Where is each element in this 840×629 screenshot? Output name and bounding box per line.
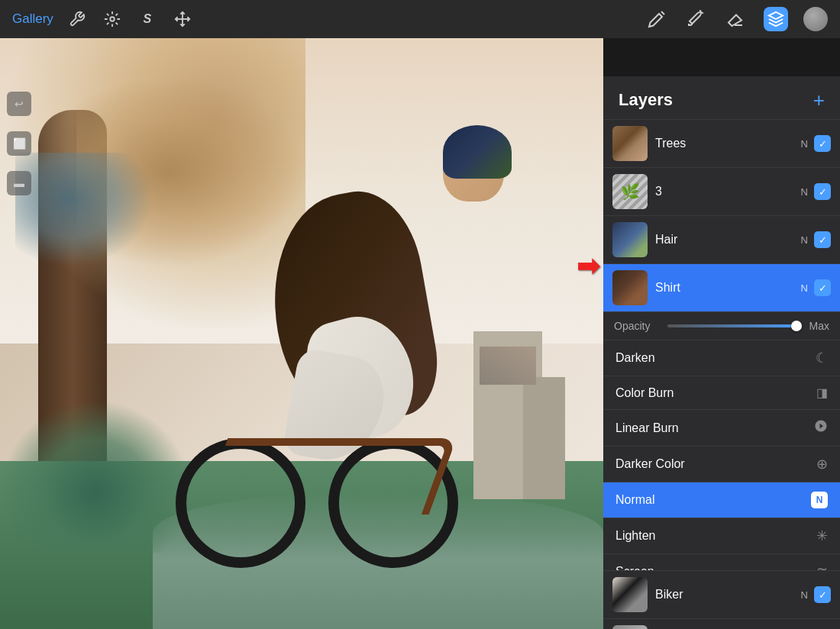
layer-item-trees[interactable]: Trees N ✓ [603,120,840,168]
add-layer-button[interactable]: + [813,90,825,110]
layer-name-biker: Biker [655,588,801,602]
blend-name-darken: Darken [615,351,655,365]
blend-normal[interactable]: Normal N [603,482,840,518]
layer-mode-shirt: N [801,282,808,294]
blend-icon-darker-color: ⊕ [816,456,828,473]
adjust-icon[interactable] [101,8,124,31]
blend-name-lighten: Lighten [615,529,656,543]
blend-name-normal: Normal [615,493,655,507]
opacity-slider[interactable] [667,324,802,327]
layer-item-biker[interactable]: Biker N ✓ [603,571,840,619]
blend-color-burn[interactable]: Color Burn ◨ [603,376,840,410]
gallery-button[interactable]: Gallery [12,11,53,27]
transform-icon[interactable] [171,8,194,31]
opacity-row: Opacity Max [603,312,840,340]
eraser-tool-icon[interactable] [724,7,748,31]
layer-item-3[interactable]: 🌿 3 N ✓ [603,168,840,216]
layer-visible-trees[interactable]: ✓ [814,135,831,152]
blend-lighten[interactable]: Lighten ✳ [603,518,840,554]
opacity-label: Opacity [614,320,660,332]
layer-name-shirt: Shirt [655,281,801,295]
svg-line-3 [661,11,664,15]
blend-name-linear-burn: Linear Burn [615,421,679,435]
layer-thumb-trees [612,126,648,161]
slider-tool[interactable]: ▬ [7,171,31,195]
blend-icon-normal: N [811,492,828,508]
left-sidebar: ↩ ⬜ ▬ [0,76,38,629]
blend-name-darker-color: Darker Color [615,457,685,471]
opacity-value: Max [809,320,829,332]
layer-thumb-hair [612,222,648,257]
layers-title: Layers [619,90,673,110]
layer-visible-biker[interactable]: ✓ [814,586,831,603]
layers-header: Layers + [603,76,840,120]
canvas-area: ↩ ⬜ ▬ Layers + Trees N ✓ 🌿 3 N ✓ Hair N [0,38,840,629]
svg-point-0 [110,17,115,21]
blend-icon-color-burn: ◨ [816,385,828,400]
toolbar-left: Gallery S [12,8,194,31]
opacity-slider-thumb [791,321,802,331]
select-icon[interactable]: S [136,8,159,31]
blend-darker-color[interactable]: Darker Color ⊕ [603,447,840,482]
top-toolbar: Gallery S [0,0,840,38]
blend-screen[interactable]: Screen ≋ [603,554,840,570]
layer-mode-biker: N [801,589,808,601]
svg-marker-4 [769,12,783,19]
layer-thumb-shirt [612,270,648,305]
layer-item-shirt[interactable]: Shirt N ✓ [603,264,840,312]
blend-name-screen: Screen [615,565,654,570]
pencil-tool-icon[interactable] [645,7,669,31]
bottom-layers: Biker N ✓ Boulder N ✓ [603,570,840,629]
layer-item-boulder[interactable]: Boulder N ✓ [603,619,840,629]
avatar[interactable] [803,7,828,31]
layer-thumb-biker [612,577,648,612]
illustration [0,38,603,629]
right-panel: Layers + Trees N ✓ 🌿 3 N ✓ Hair N ✓ Shir… [603,76,840,629]
layers-tool-icon[interactable] [764,7,788,31]
layer-visible-hair[interactable]: ✓ [814,231,831,248]
blend-icon-linear-burn [814,419,828,437]
layer-item-hair[interactable]: Hair N ✓ [603,216,840,264]
toolbar-right [645,7,828,31]
blend-icon-lighten: ✳ [816,527,828,544]
blend-darken[interactable]: Darken ☾ [603,340,840,376]
layer-thumb-3: 🌿 [612,174,648,209]
layer-mode-hair: N [801,234,808,246]
blend-name-color-burn: Color Burn [615,386,674,400]
wrench-icon[interactable] [66,8,89,31]
blend-icon-darken: ☾ [816,350,828,366]
blend-linear-burn[interactable]: Linear Burn [603,410,840,447]
layer-visible-3[interactable]: ✓ [814,183,831,200]
blend-icon-screen: ≋ [816,563,828,570]
undo-tool[interactable]: ↩ [7,92,31,116]
layer-visible-shirt[interactable]: ✓ [814,279,831,296]
layer-thumb-boulder [612,625,648,629]
blend-modes-list: Darken ☾ Color Burn ◨ Linear Burn Darker… [603,340,840,570]
layer-name-3: 3 [655,185,801,198]
layer-name-hair: Hair [655,233,801,247]
brush-tool-icon[interactable] [684,7,709,31]
layer-name-trees: Trees [655,137,801,150]
square-tool[interactable]: ⬜ [7,131,31,156]
layer-mode-trees: N [801,138,808,150]
layer-mode-3: N [801,186,808,198]
